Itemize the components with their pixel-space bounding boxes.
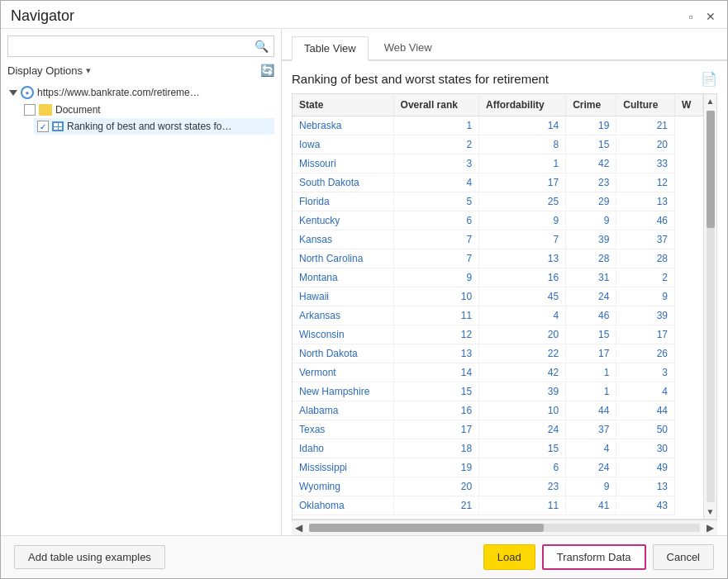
table-row: Kentucky69946 xyxy=(293,211,703,230)
table-icon xyxy=(52,121,64,131)
minimize-button[interactable]: ▫ xyxy=(684,10,697,23)
cell-num: 33 xyxy=(616,154,675,173)
cell-num: 19 xyxy=(566,116,616,135)
table-row: Mississippi1962449 xyxy=(293,458,703,477)
cancel-button[interactable]: Cancel xyxy=(653,544,714,570)
cell-num: 10 xyxy=(393,287,479,306)
data-table: State Overall rank Affordability Crime C… xyxy=(293,94,703,515)
cell-state: Texas xyxy=(293,420,393,439)
scroll-up-arrow[interactable]: ▲ xyxy=(707,94,715,108)
cell-num: 21 xyxy=(393,496,479,515)
table-row: Vermont144213 xyxy=(293,363,703,382)
refresh-icon[interactable]: 🔄 xyxy=(260,64,274,77)
cell-state: Iowa xyxy=(293,135,393,154)
globe-icon: ● xyxy=(21,86,34,99)
horizontal-scroll-track[interactable] xyxy=(309,524,700,532)
tree-area: ● https://www.bankrate.com/retirement/be… xyxy=(7,83,274,529)
table-row: New Hampshire153914 xyxy=(293,382,703,401)
cell-num: 49 xyxy=(616,458,675,477)
add-table-button[interactable]: Add table using examples xyxy=(14,545,165,569)
preview-header: Ranking of best and worst states for ret… xyxy=(292,71,717,87)
cell-num: 20 xyxy=(393,477,479,496)
scroll-right-arrow[interactable]: ▶ xyxy=(707,522,714,534)
table-row: Idaho1815430 xyxy=(293,439,703,458)
cell-num: 15 xyxy=(393,382,479,401)
cell-num: 39 xyxy=(479,382,566,401)
search-input[interactable] xyxy=(8,37,250,56)
document-checkbox[interactable] xyxy=(24,104,36,116)
cell-num: 4 xyxy=(393,173,479,192)
horizontal-scrollbar[interactable]: ◀ ▶ xyxy=(292,520,717,535)
cell-state: New Hampshire xyxy=(293,382,393,401)
cell-num: 1 xyxy=(566,363,616,382)
cell-num: 22 xyxy=(479,344,566,363)
transform-data-button[interactable]: Transform Data xyxy=(542,544,646,570)
cell-state: South Dakota xyxy=(293,173,393,192)
export-icon[interactable]: 📄 xyxy=(701,71,717,87)
cell-num: 17 xyxy=(393,420,479,439)
cell-num: 39 xyxy=(566,230,616,249)
table-scroll-area[interactable]: State Overall rank Affordability Crime C… xyxy=(293,94,703,519)
cell-num: 5 xyxy=(393,192,479,211)
cell-num: 28 xyxy=(566,249,616,268)
tree-sub-item-table[interactable]: Ranking of best and worst states for ret… xyxy=(34,118,274,135)
vertical-scroll-thumb[interactable] xyxy=(707,111,715,228)
vertical-scroll-track[interactable] xyxy=(707,111,715,502)
tree-sub-item-document[interactable]: Document xyxy=(21,102,274,118)
bottom-bar-left: Add table using examples xyxy=(14,545,165,569)
table-with-scroll: State Overall rank Affordability Crime C… xyxy=(292,93,717,520)
cell-state: Montana xyxy=(293,268,393,287)
cell-num: 44 xyxy=(616,401,675,420)
load-button[interactable]: Load xyxy=(483,544,535,570)
dialog-title: Navigator xyxy=(11,7,74,25)
cell-num: 7 xyxy=(393,249,479,268)
cell-state: Florida xyxy=(293,192,393,211)
cell-num: 12 xyxy=(616,173,675,192)
cell-num: 15 xyxy=(566,135,616,154)
cell-num: 20 xyxy=(479,325,566,344)
table-row: Texas17243750 xyxy=(293,420,703,439)
preview-area: Ranking of best and worst states for ret… xyxy=(282,61,727,535)
scroll-down-arrow[interactable]: ▼ xyxy=(707,505,715,519)
cell-num: 42 xyxy=(479,363,566,382)
cell-num: 19 xyxy=(393,458,479,477)
cell-num: 16 xyxy=(479,268,566,287)
cell-num: 3 xyxy=(393,154,479,173)
cell-state: Wyoming xyxy=(293,477,393,496)
cell-num: 2 xyxy=(616,268,675,287)
cell-num: 6 xyxy=(479,458,566,477)
cell-num: 16 xyxy=(393,401,479,420)
cell-num: 9 xyxy=(393,268,479,287)
horizontal-scroll-thumb[interactable] xyxy=(309,524,544,532)
cell-num: 10 xyxy=(479,401,566,420)
tree-item-url[interactable]: ● https://www.bankrate.com/retirement/be… xyxy=(7,83,274,102)
close-button[interactable]: ✕ xyxy=(704,10,717,23)
cell-num: 28 xyxy=(616,249,675,268)
cell-state: Wisconsin xyxy=(293,325,393,344)
tabs-bar: Table View Web View xyxy=(282,29,727,61)
cell-state: Idaho xyxy=(293,439,393,458)
col-w: W xyxy=(675,94,703,116)
tab-web-view[interactable]: Web View xyxy=(372,36,445,59)
cell-state: Missouri xyxy=(293,154,393,173)
cell-state: North Carolina xyxy=(293,249,393,268)
cell-num: 45 xyxy=(479,287,566,306)
tab-table-view[interactable]: Table View xyxy=(292,36,369,61)
table-checkbox[interactable] xyxy=(37,121,49,132)
cell-num: 17 xyxy=(479,173,566,192)
cell-num: 7 xyxy=(479,230,566,249)
cell-num: 20 xyxy=(616,135,675,154)
cell-num: 7 xyxy=(393,230,479,249)
cell-num: 2 xyxy=(393,135,479,154)
tree-children: Document Ranking of best and worst state… xyxy=(21,102,274,135)
display-options-button[interactable]: Display Options ▾ xyxy=(7,64,91,77)
scroll-left-arrow[interactable]: ◀ xyxy=(295,522,302,534)
col-overall-rank: Overall rank xyxy=(393,94,479,116)
display-options-label: Display Options xyxy=(7,64,83,77)
cell-num: 13 xyxy=(479,249,566,268)
cell-num: 37 xyxy=(616,230,675,249)
vertical-scrollbar[interactable]: ▲ ▼ xyxy=(703,94,716,519)
table-label: Ranking of best and worst states for ret… xyxy=(67,121,232,132)
cell-num: 17 xyxy=(566,344,616,363)
cell-num: 23 xyxy=(566,173,616,192)
